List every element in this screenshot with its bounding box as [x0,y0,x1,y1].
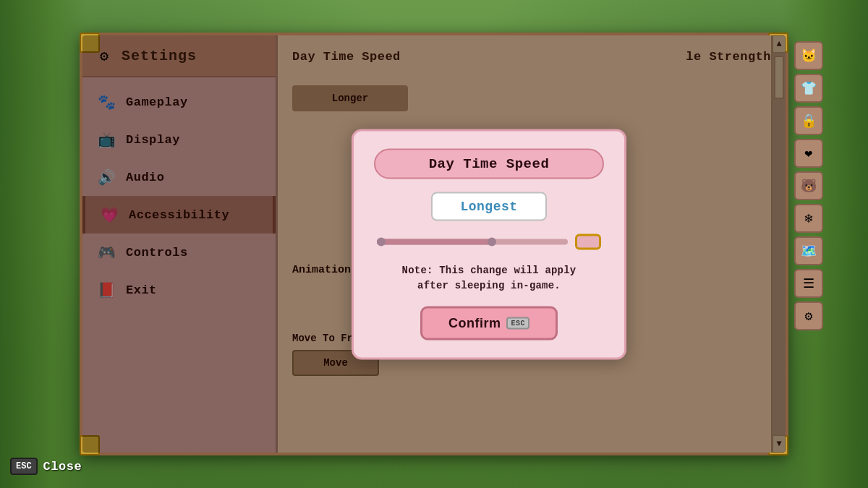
slider-end-indicator[interactable] [575,234,601,249]
slider-thumb-start[interactable] [377,237,386,246]
right-icon-map[interactable]: 🗺️ [794,236,823,265]
confirm-label: Confirm [448,315,501,330]
close-label: Close [43,460,82,474]
day-time-speed-modal: Day Time Speed Longest Note: This change… [352,129,626,359]
modal-value: Longest [431,192,547,221]
slider-track[interactable] [377,239,568,244]
right-icon-heart[interactable]: ❤️ [794,139,823,168]
tree-left-decoration [0,0,87,488]
modal-slider-container [374,234,604,249]
modal-note: Note: This change will apply after sleep… [402,262,576,293]
right-icon-lock[interactable]: 🔒 [794,106,823,135]
close-bar: ESC Close [10,458,82,475]
right-icon-snowflake[interactable]: ❄️ [794,204,823,233]
esc-key-badge: ESC [10,458,38,475]
right-icon-gear[interactable]: ⚙️ [794,301,823,330]
right-icon-menu[interactable]: ☰ [794,269,823,298]
right-icon-shirt[interactable]: 👕 [794,74,823,103]
modal-note-line1: Note: This change will apply [402,264,576,275]
right-icon-strip: 🐱 👕 🔒 ❤️ 🐻 ❄️ 🗺️ ☰ ⚙️ [790,35,827,453]
modal-note-line2: after sleeping in-game. [417,279,561,291]
confirm-esc-badge: ESC [506,317,529,329]
slider-fill [377,239,491,244]
slider-thumb-current[interactable] [488,237,496,246]
confirm-button[interactable]: Confirm ESC [420,306,558,340]
right-icon-cat[interactable]: 🐱 [794,41,823,70]
settings-panel: ⚙️ Settings 🐾 Gameplay 📺 Display 🔊 Audio… [80,33,788,455]
right-icon-bear[interactable]: 🐻 [794,171,823,200]
modal-title: Day Time Speed [374,148,604,179]
